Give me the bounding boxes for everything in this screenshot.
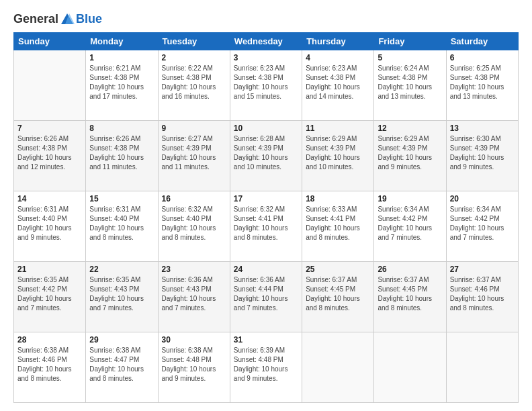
day-info: Sunrise: 6:32 AM Sunset: 4:40 PM Dayligh… — [162, 205, 226, 242]
day-info: Sunrise: 6:31 AM Sunset: 4:40 PM Dayligh… — [17, 205, 82, 242]
day-info: Sunrise: 6:35 AM Sunset: 4:42 PM Dayligh… — [17, 275, 82, 313]
calendar-cell: 13Sunrise: 6:30 AM Sunset: 4:39 PM Dayli… — [446, 121, 518, 191]
calendar-cell: 29Sunrise: 6:38 AM Sunset: 4:47 PM Dayli… — [86, 332, 158, 403]
calendar-cell: 4Sunrise: 6:23 AM Sunset: 4:38 PM Daylig… — [302, 50, 374, 121]
day-number: 28 — [17, 335, 82, 345]
day-header-sunday: Sunday — [14, 33, 86, 50]
calendar-cell: 6Sunrise: 6:25 AM Sunset: 4:38 PM Daylig… — [446, 50, 518, 121]
calendar-cell: 22Sunrise: 6:35 AM Sunset: 4:43 PM Dayli… — [86, 262, 158, 332]
logo-blue: Blue — [76, 12, 102, 26]
day-info: Sunrise: 6:35 AM Sunset: 4:43 PM Dayligh… — [89, 275, 154, 313]
day-info: Sunrise: 6:38 AM Sunset: 4:46 PM Dayligh… — [17, 346, 82, 383]
calendar-cell: 21Sunrise: 6:35 AM Sunset: 4:42 PM Dayli… — [14, 262, 86, 332]
day-info: Sunrise: 6:28 AM Sunset: 4:39 PM Dayligh… — [234, 134, 298, 172]
calendar-cell: 18Sunrise: 6:33 AM Sunset: 4:41 PM Dayli… — [302, 191, 374, 262]
calendar-cell: 20Sunrise: 6:34 AM Sunset: 4:42 PM Dayli… — [446, 191, 518, 262]
day-number: 5 — [378, 53, 442, 62]
day-info: Sunrise: 6:37 AM Sunset: 4:46 PM Dayligh… — [450, 275, 515, 313]
day-number: 10 — [234, 124, 298, 133]
day-info: Sunrise: 6:36 AM Sunset: 4:43 PM Dayligh… — [162, 275, 226, 313]
day-info: Sunrise: 6:22 AM Sunset: 4:38 PM Dayligh… — [162, 64, 226, 101]
calendar-cell: 25Sunrise: 6:37 AM Sunset: 4:45 PM Dayli… — [302, 262, 374, 332]
calendar-cell: 11Sunrise: 6:29 AM Sunset: 4:39 PM Dayli… — [302, 121, 374, 191]
day-number: 8 — [89, 124, 154, 133]
calendar-cell: 7Sunrise: 6:26 AM Sunset: 4:38 PM Daylig… — [14, 121, 86, 191]
calendar-cell — [302, 332, 374, 403]
day-info: Sunrise: 6:25 AM Sunset: 4:38 PM Dayligh… — [450, 64, 515, 101]
calendar-cell: 17Sunrise: 6:32 AM Sunset: 4:41 PM Dayli… — [230, 191, 302, 262]
day-number: 25 — [306, 265, 370, 274]
calendar-week-row: 7Sunrise: 6:26 AM Sunset: 4:38 PM Daylig… — [14, 121, 519, 191]
day-info: Sunrise: 6:31 AM Sunset: 4:40 PM Dayligh… — [89, 205, 154, 242]
calendar-cell: 3Sunrise: 6:23 AM Sunset: 4:38 PM Daylig… — [230, 50, 302, 121]
day-number: 23 — [162, 265, 226, 274]
day-info: Sunrise: 6:29 AM Sunset: 4:39 PM Dayligh… — [378, 134, 442, 172]
day-number: 19 — [378, 194, 442, 203]
day-info: Sunrise: 6:36 AM Sunset: 4:44 PM Dayligh… — [234, 275, 298, 313]
day-number: 18 — [306, 194, 370, 203]
day-info: Sunrise: 6:37 AM Sunset: 4:45 PM Dayligh… — [378, 275, 442, 313]
calendar-cell: 24Sunrise: 6:36 AM Sunset: 4:44 PM Dayli… — [230, 262, 302, 332]
page-header: General Blue — [13, 12, 519, 27]
day-number: 1 — [89, 53, 154, 62]
day-info: Sunrise: 6:23 AM Sunset: 4:38 PM Dayligh… — [306, 64, 370, 101]
day-header-wednesday: Wednesday — [230, 33, 302, 50]
calendar-cell — [374, 332, 446, 403]
calendar-cell: 30Sunrise: 6:38 AM Sunset: 4:48 PM Dayli… — [158, 332, 230, 403]
calendar-cell — [14, 50, 86, 121]
day-info: Sunrise: 6:21 AM Sunset: 4:38 PM Dayligh… — [89, 64, 154, 101]
day-info: Sunrise: 6:33 AM Sunset: 4:41 PM Dayligh… — [306, 205, 370, 242]
logo: General Blue — [13, 12, 102, 27]
calendar-cell: 10Sunrise: 6:28 AM Sunset: 4:39 PM Dayli… — [230, 121, 302, 191]
day-header-tuesday: Tuesday — [158, 33, 230, 50]
calendar-week-row: 28Sunrise: 6:38 AM Sunset: 4:46 PM Dayli… — [14, 332, 519, 403]
day-info: Sunrise: 6:37 AM Sunset: 4:45 PM Dayligh… — [306, 275, 370, 313]
calendar-week-row: 14Sunrise: 6:31 AM Sunset: 4:40 PM Dayli… — [14, 191, 519, 262]
calendar-cell: 26Sunrise: 6:37 AM Sunset: 4:45 PM Dayli… — [374, 262, 446, 332]
day-info: Sunrise: 6:39 AM Sunset: 4:48 PM Dayligh… — [234, 346, 298, 383]
calendar-cell: 28Sunrise: 6:38 AM Sunset: 4:46 PM Dayli… — [14, 332, 86, 403]
day-number: 26 — [378, 265, 442, 274]
day-number: 20 — [450, 194, 515, 203]
calendar-cell: 5Sunrise: 6:24 AM Sunset: 4:38 PM Daylig… — [374, 50, 446, 121]
day-header-thursday: Thursday — [302, 33, 374, 50]
day-number: 24 — [234, 265, 298, 274]
day-number: 22 — [89, 265, 154, 274]
day-number: 16 — [162, 194, 226, 203]
day-info: Sunrise: 6:34 AM Sunset: 4:42 PM Dayligh… — [450, 205, 515, 242]
day-info: Sunrise: 6:27 AM Sunset: 4:39 PM Dayligh… — [162, 134, 226, 172]
calendar-header-row: SundayMondayTuesdayWednesdayThursdayFrid… — [14, 33, 519, 50]
day-info: Sunrise: 6:26 AM Sunset: 4:38 PM Dayligh… — [17, 134, 82, 172]
day-info: Sunrise: 6:38 AM Sunset: 4:48 PM Dayligh… — [162, 346, 226, 383]
calendar-cell: 23Sunrise: 6:36 AM Sunset: 4:43 PM Dayli… — [158, 262, 230, 332]
day-number: 13 — [450, 124, 515, 133]
day-number: 12 — [378, 124, 442, 133]
day-number: 14 — [17, 194, 82, 203]
day-number: 31 — [234, 335, 298, 345]
day-number: 27 — [450, 265, 515, 274]
logo-general: General — [13, 12, 58, 26]
calendar-cell: 9Sunrise: 6:27 AM Sunset: 4:39 PM Daylig… — [158, 121, 230, 191]
day-info: Sunrise: 6:26 AM Sunset: 4:38 PM Dayligh… — [89, 134, 154, 172]
day-info: Sunrise: 6:23 AM Sunset: 4:38 PM Dayligh… — [234, 64, 298, 101]
day-header-friday: Friday — [374, 33, 446, 50]
day-number: 6 — [450, 53, 515, 62]
day-info: Sunrise: 6:29 AM Sunset: 4:39 PM Dayligh… — [306, 134, 370, 172]
day-number: 7 — [17, 124, 82, 133]
calendar-week-row: 1Sunrise: 6:21 AM Sunset: 4:38 PM Daylig… — [14, 50, 519, 121]
day-info: Sunrise: 6:32 AM Sunset: 4:41 PM Dayligh… — [234, 205, 298, 242]
calendar-cell — [446, 332, 518, 403]
day-number: 15 — [89, 194, 154, 203]
day-number: 4 — [306, 53, 370, 62]
day-number: 17 — [234, 194, 298, 203]
calendar-cell: 31Sunrise: 6:39 AM Sunset: 4:48 PM Dayli… — [230, 332, 302, 403]
calendar-cell: 27Sunrise: 6:37 AM Sunset: 4:46 PM Dayli… — [446, 262, 518, 332]
day-info: Sunrise: 6:30 AM Sunset: 4:39 PM Dayligh… — [450, 134, 515, 172]
calendar-cell: 1Sunrise: 6:21 AM Sunset: 4:38 PM Daylig… — [86, 50, 158, 121]
day-number: 11 — [306, 124, 370, 133]
day-header-monday: Monday — [86, 33, 158, 50]
calendar-cell: 8Sunrise: 6:26 AM Sunset: 4:38 PM Daylig… — [86, 121, 158, 191]
day-number: 2 — [162, 53, 226, 62]
day-number: 30 — [162, 335, 226, 345]
day-number: 3 — [234, 53, 298, 62]
